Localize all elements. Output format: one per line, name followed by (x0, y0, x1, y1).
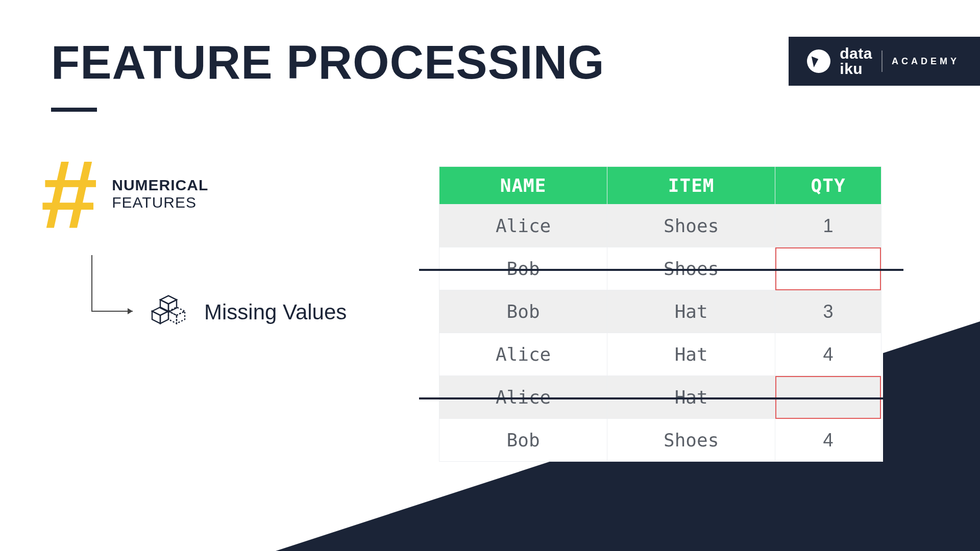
cell-item: Shoes (607, 247, 775, 290)
cell-item: Shoes (607, 205, 775, 247)
brand-divider (881, 51, 883, 72)
cell-qty: 1 (775, 205, 881, 247)
cell-qty: 4 (775, 419, 881, 462)
cell-name: Bob (439, 247, 607, 290)
hash-label-bottom: FEATURES (112, 194, 208, 211)
brand-academy: ACADEMY (892, 56, 960, 67)
svg-marker-0 (160, 296, 177, 304)
data-table: NAME ITEM QTY AliceShoes1BobShoesBobHat3… (439, 166, 883, 462)
table-row: AliceHat (439, 376, 883, 419)
svg-marker-7 (168, 311, 177, 323)
title-block: FEATURE PROCESSING (51, 36, 605, 112)
table-wrapper: NAME ITEM QTY AliceShoes1BobShoesBobHat3… (439, 166, 883, 462)
cell-item: Hat (607, 376, 775, 419)
cell-item: Hat (607, 333, 775, 376)
table-header-row: NAME ITEM QTY (439, 167, 883, 205)
brand-name: data iku (840, 46, 872, 77)
missing-values-label: Missing Values (204, 300, 347, 324)
cell-item: Hat (607, 290, 775, 333)
table-row: BobShoes4 (439, 419, 883, 462)
svg-marker-8 (177, 311, 185, 323)
cell-name: Bob (439, 419, 607, 462)
table-row: BobHat3 (439, 290, 883, 333)
brand-line2: iku (840, 61, 872, 77)
hash-labels: NUMERICAL FEATURES (112, 177, 208, 211)
cell-item: Shoes (607, 419, 775, 462)
svg-marker-5 (160, 311, 168, 323)
cell-name: Alice (439, 376, 607, 419)
brand-logo-icon (807, 49, 830, 73)
page-title: FEATURE PROCESSING (51, 36, 605, 89)
cell-name: Alice (439, 333, 607, 376)
col-item: ITEM (607, 167, 775, 205)
svg-marker-4 (152, 311, 160, 323)
cell-qty: 3 (775, 290, 881, 333)
table-row: AliceShoes1 (439, 205, 883, 247)
col-name: NAME (439, 167, 607, 205)
missing-values-row: Missing Values (82, 291, 347, 334)
title-underline (51, 108, 97, 112)
numerical-features-block: # NUMERICAL FEATURES (41, 148, 208, 240)
hash-icon: # (41, 151, 97, 238)
cell-qty: 4 (775, 333, 881, 376)
col-qty: QTY (775, 167, 881, 205)
cell-name: Alice (439, 205, 607, 247)
cubes-icon (148, 291, 189, 334)
cell-qty (775, 376, 881, 419)
brand-bar: data iku ACADEMY (789, 37, 980, 86)
cell-name: Bob (439, 290, 607, 333)
hash-label-top: NUMERICAL (112, 177, 208, 194)
brand-line1: data (840, 46, 872, 61)
cell-qty (775, 247, 881, 290)
table-row: AliceHat4 (439, 333, 883, 376)
table-row: BobShoes (439, 247, 883, 290)
